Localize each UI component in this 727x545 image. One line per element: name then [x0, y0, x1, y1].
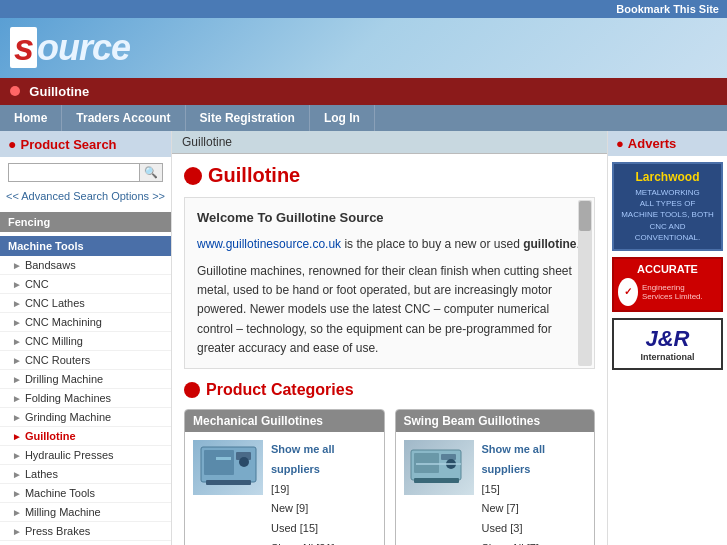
categories-title-text: Product Categories — [206, 381, 354, 399]
swing-count: [15] — [482, 483, 500, 495]
mech-used: Used [15] — [271, 522, 318, 534]
product-grid: Mechanical Guillotines — [184, 409, 595, 545]
page-title: Guillotine — [184, 164, 595, 187]
sidebar: ● Product Search 🔍 << Advanced Search Op… — [0, 131, 172, 545]
advert-accurate[interactable]: ACCURATE ✓ Engineering Services Limited. — [612, 257, 723, 312]
sidebar-item-hydraulic-presses[interactable]: ► Hydraulic Presses — [0, 446, 171, 465]
intro-url[interactable]: www.guillotinesource.co.uk — [197, 237, 341, 251]
nav-traders[interactable]: Traders Account — [62, 105, 185, 131]
intro-bold: guillotine — [523, 237, 576, 251]
sidebar-item-cnc-machining[interactable]: ► CNC Machining — [0, 313, 171, 332]
larchwood-line3: MACHINE TOOLS, BOTH — [618, 209, 717, 220]
swing-used: Used [3] — [482, 522, 523, 534]
accurate-check: ✓ — [624, 286, 632, 297]
jr-international: International — [618, 352, 717, 362]
adverts-title: ● Adverts — [608, 131, 727, 156]
search-input-wrap: 🔍 — [8, 163, 163, 182]
bookmark-link[interactable]: Bookmark This Site — [616, 3, 719, 15]
accurate-title: ACCURATE — [637, 263, 698, 275]
product-card-swing-body: Show me all suppliers [15] New [7] Used … — [396, 432, 595, 545]
adverts-sidebar: ● Adverts Larchwood METALWORKING ALL TYP… — [607, 131, 727, 545]
nav-site-reg[interactable]: Site Registration — [186, 105, 310, 131]
product-search-label: Product Search — [20, 137, 116, 152]
larchwood-sub: METALWORKING ALL TYPES OF MACHINE TOOLS,… — [618, 187, 717, 243]
breadcrumb-dot — [10, 86, 20, 96]
product-search-title: ● Product Search — [0, 131, 171, 157]
breadcrumb-text: Guillotine — [29, 84, 89, 99]
svg-rect-1 — [204, 450, 234, 475]
adverts-title-text: Adverts — [628, 136, 676, 151]
page-breadcrumb: Guillotine — [172, 131, 607, 154]
svg-rect-5 — [216, 457, 231, 460]
logo: source — [10, 27, 130, 69]
swing-show-all[interactable]: Show me all suppliers — [482, 443, 546, 475]
main-content: Guillotine Guillotine Welcome To Guillot… — [172, 131, 607, 545]
categories-section-title: Product Categories — [184, 381, 595, 399]
search-section-icon: ● — [8, 136, 16, 152]
product-img-mech — [193, 440, 263, 495]
svg-rect-8 — [441, 454, 456, 460]
sidebar-item-lathes[interactable]: ► Lathes — [0, 465, 171, 484]
header: source — [0, 18, 727, 78]
product-info-swing: Show me all suppliers [15] New [7] Used … — [482, 440, 587, 545]
larchwood-line1: METALWORKING — [618, 187, 717, 198]
sidebar-item-cnc-milling[interactable]: ► CNC Milling — [0, 332, 171, 351]
main-nav: Home Traders Account Site Registration L… — [0, 105, 727, 131]
swing-new: New [7] — [482, 502, 519, 514]
advert-jr[interactable]: J&R International — [612, 318, 723, 370]
svg-rect-7 — [414, 453, 439, 473]
search-input[interactable] — [9, 165, 139, 181]
mech-new: New [9] — [271, 502, 308, 514]
intro-para2: Guillotine machines, renowned for their … — [197, 262, 582, 358]
intro-para1: www.guillotinesource.co.uk is the place … — [197, 235, 582, 254]
scroll-thumb — [579, 201, 591, 231]
categories-icon — [184, 382, 200, 398]
sidebar-item-milling[interactable]: ► Milling Machine — [0, 503, 171, 522]
product-img-swing — [404, 440, 474, 495]
search-button[interactable]: 🔍 — [139, 164, 162, 181]
nav-home[interactable]: Home — [0, 105, 62, 131]
mech-count: [19] — [271, 483, 289, 495]
advert-larchwood[interactable]: Larchwood METALWORKING ALL TYPES OF MACH… — [612, 162, 723, 251]
sidebar-item-guillotine[interactable]: ► Guillotine — [0, 427, 171, 446]
breadcrumb-bar: Guillotine — [0, 78, 727, 105]
page-title-icon — [184, 167, 202, 185]
sidebar-item-grinding[interactable]: ► Grinding Machine — [0, 408, 171, 427]
adverts-icon: ● — [616, 136, 624, 151]
intro-heading: Welcome To Guillotine Source — [197, 208, 582, 229]
scroll-bar[interactable] — [578, 200, 592, 366]
machine-tools-category-header: Machine Tools — [0, 236, 171, 256]
product-card-mech-header: Mechanical Guillotines — [185, 410, 384, 432]
sidebar-item-cnc[interactable]: ► CNC — [0, 275, 171, 294]
accurate-logo-circle: ✓ — [618, 278, 638, 306]
sidebar-item-machine-tools[interactable]: ► Machine Tools — [0, 484, 171, 503]
jr-logo: J&R — [618, 326, 717, 352]
product-info-mech: Show me all suppliers [19] New [9] Used … — [271, 440, 376, 545]
accurate-body: ✓ Engineering Services Limited. — [618, 278, 717, 306]
sidebar-item-cnc-lathes[interactable]: ► CNC Lathes — [0, 294, 171, 313]
advanced-search-link[interactable]: << Advanced Search Options >> — [0, 188, 171, 208]
sidebar-item-bandsaws[interactable]: ► Bandsaws — [0, 256, 171, 275]
product-card-mech-body: Show me all suppliers [19] New [9] Used … — [185, 432, 384, 545]
accurate-sub: Engineering Services Limited. — [642, 283, 717, 301]
nav-login[interactable]: Log In — [310, 105, 375, 131]
sidebar-item-cnc-routers[interactable]: ► CNC Routers — [0, 351, 171, 370]
main-layout: ● Product Search 🔍 << Advanced Search Op… — [0, 131, 727, 545]
intro-text1: is the place to buy a new or used — [341, 237, 523, 251]
svg-rect-3 — [206, 480, 251, 485]
larchwood-line4: CNC AND CONVENTIONAL. — [618, 221, 717, 243]
sidebar-item-drilling[interactable]: ► Drilling Machine — [0, 370, 171, 389]
sidebar-item-press-brakes[interactable]: ► Press Brakes — [0, 522, 171, 541]
larchwood-name: Larchwood — [618, 170, 717, 184]
larchwood-line2: ALL TYPES OF — [618, 198, 717, 209]
sidebar-item-sheet-metal[interactable]: ► Sheet Metal Machinery — [0, 541, 171, 545]
page-title-text: Guillotine — [208, 164, 300, 187]
logo-rest: ource — [37, 27, 130, 68]
sidebar-item-folding[interactable]: ► Folding Machines — [0, 389, 171, 408]
intro-box: Welcome To Guillotine Source www.guillot… — [184, 197, 595, 369]
product-card-swing: Swing Beam Guillotines — [395, 409, 596, 545]
svg-point-4 — [239, 457, 249, 467]
mech-show-all[interactable]: Show me all suppliers — [271, 443, 335, 475]
product-card-swing-header: Swing Beam Guillotines — [396, 410, 595, 432]
logo-s: s — [10, 27, 37, 68]
